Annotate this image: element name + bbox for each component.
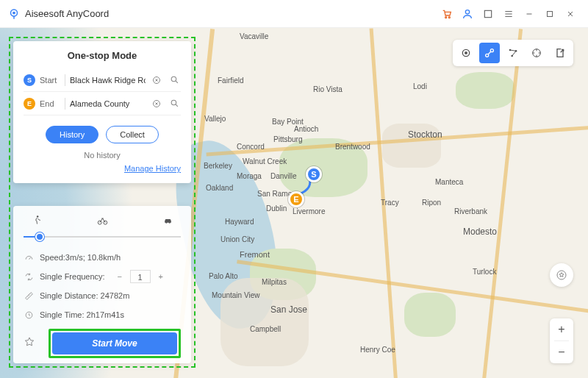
time-row: Single Time: 2h17m41s xyxy=(24,305,181,324)
map-label: Riverbank xyxy=(454,207,487,215)
map-label: Bay Point xyxy=(272,118,304,126)
map-label: Turlock xyxy=(473,268,496,276)
map-label: Modesto xyxy=(463,227,497,237)
settings-panel: Speed:3m/s; 10.8km/h Single Frequency: −… xyxy=(13,206,191,363)
repeat-icon xyxy=(24,272,34,282)
app-logo: Aiseesoft AnyCoord xyxy=(7,7,109,21)
map-label: Union City xyxy=(220,235,254,243)
maximize-button[interactable] xyxy=(539,4,560,24)
clear-start-icon[interactable] xyxy=(150,74,163,87)
mode-onestop-icon[interactable] xyxy=(479,43,500,63)
map-label: Henry Coe xyxy=(360,346,395,354)
history-tab[interactable]: History xyxy=(46,126,98,143)
car-icon[interactable] xyxy=(159,215,176,229)
svg-point-19 xyxy=(171,100,176,105)
mode-locate-icon[interactable] xyxy=(456,43,476,63)
map-label: Antioch xyxy=(294,125,318,133)
speed-row: Speed:3m/s; 10.8km/h xyxy=(24,248,181,267)
zoom-control: + − xyxy=(550,318,573,363)
zoom-in-button[interactable]: + xyxy=(550,318,573,340)
favorite-star-icon[interactable] xyxy=(24,336,41,351)
end-input[interactable]: Alameda County xyxy=(70,99,146,108)
svg-point-17 xyxy=(171,76,176,82)
speed-slider[interactable] xyxy=(24,232,181,242)
zoom-out-button[interactable]: − xyxy=(550,341,573,363)
map-favorite-icon[interactable] xyxy=(550,263,573,287)
close-button[interactable] xyxy=(560,4,581,24)
map-label: Manteca xyxy=(435,178,463,186)
menu-icon[interactable] xyxy=(498,4,519,24)
start-move-button[interactable]: Start Move xyxy=(52,332,177,354)
map-label: Berkeley xyxy=(204,162,232,170)
map-label: Fremont xyxy=(240,250,270,259)
map-label: Vacaville xyxy=(240,32,268,40)
window-icon[interactable] xyxy=(478,4,498,24)
end-label: End xyxy=(40,99,60,108)
map-label: Moraga xyxy=(237,172,262,180)
freq-input[interactable]: 1 xyxy=(130,270,151,283)
map-label: Tracy xyxy=(381,199,399,207)
frequency-row: Single Frequency: − 1 + xyxy=(24,267,181,286)
manage-history-link[interactable]: Manage History xyxy=(24,164,181,173)
svg-point-20 xyxy=(36,215,38,218)
map-label: San Jose xyxy=(270,304,307,315)
search-start-icon[interactable] xyxy=(168,74,181,87)
map-label: Vallejo xyxy=(204,115,226,123)
svg-point-4 xyxy=(465,10,469,13)
mode-joystick-icon[interactable] xyxy=(526,43,547,63)
map-label: Stockton xyxy=(408,129,442,140)
end-row: E End Alameda County xyxy=(24,92,181,115)
map-label: Ripon xyxy=(422,199,441,207)
collect-tab[interactable]: Collect xyxy=(106,126,159,143)
gauge-icon xyxy=(24,253,34,263)
app-title: Aiseesoft AnyCoord xyxy=(25,8,109,19)
map-label: Livermore xyxy=(293,207,325,215)
map-label: Lodi xyxy=(413,82,427,90)
map-label: Palo Alto xyxy=(209,272,237,280)
map-label: Concord xyxy=(237,143,265,151)
distance-text: Single Distance: 24782m xyxy=(40,291,129,300)
end-marker[interactable]: E xyxy=(288,191,304,207)
transport-mode-row xyxy=(24,215,181,232)
no-history-text: No history xyxy=(24,151,181,160)
svg-point-3 xyxy=(448,16,450,18)
titlebar: Aiseesoft AnyCoord xyxy=(0,0,588,28)
clear-end-icon[interactable] xyxy=(150,97,163,110)
bike-icon[interactable] xyxy=(93,215,111,229)
map-label: Fairfield xyxy=(218,76,244,85)
cart-icon[interactable] xyxy=(437,4,457,24)
map-label: Walnut Creek xyxy=(243,157,287,165)
search-end-icon[interactable] xyxy=(168,97,181,110)
map-mode-toolbar xyxy=(453,40,573,66)
account-icon[interactable] xyxy=(457,4,478,24)
mode-export-icon[interactable] xyxy=(550,43,570,63)
frequency-label: Single Frequency: xyxy=(40,272,105,281)
start-badge-icon: S xyxy=(24,74,35,86)
map-label: Campbell xyxy=(250,325,281,333)
map-label: Milpitas xyxy=(262,278,287,286)
freq-minus-button[interactable]: − xyxy=(114,271,126,282)
time-text: Single Time: 2h17m41s xyxy=(40,310,124,319)
freq-plus-button[interactable]: + xyxy=(155,271,167,282)
route-panel: One-stop Mode S Start Black Hawk Ridge R… xyxy=(13,41,191,183)
map-label: Hayward xyxy=(225,218,254,226)
highlight-frame: One-stop Mode S Start Black Hawk Ridge R… xyxy=(9,37,196,368)
distance-row: Single Distance: 24782m xyxy=(24,286,181,305)
start-row: S Start Black Hawk Ridge Roa xyxy=(24,68,181,92)
svg-point-2 xyxy=(445,16,447,18)
speed-text: Speed:3m/s; 10.8km/h xyxy=(40,253,121,262)
svg-point-1 xyxy=(12,11,15,14)
panel-title: One-stop Mode xyxy=(24,50,181,61)
minimize-button[interactable] xyxy=(519,4,539,24)
walk-icon[interactable] xyxy=(28,215,46,229)
map-label: Danville xyxy=(270,172,297,180)
map-label: Pittsburg xyxy=(273,135,302,143)
map-label: Rio Vista xyxy=(313,85,343,93)
mode-multistop-icon[interactable] xyxy=(503,43,523,63)
map-label: Oakland xyxy=(206,184,233,192)
svg-rect-6 xyxy=(548,11,553,16)
start-marker[interactable]: S xyxy=(306,166,322,182)
logo-pin-icon xyxy=(7,7,21,21)
start-input[interactable]: Black Hawk Ridge Roa xyxy=(70,76,146,85)
svg-point-8 xyxy=(465,52,467,54)
